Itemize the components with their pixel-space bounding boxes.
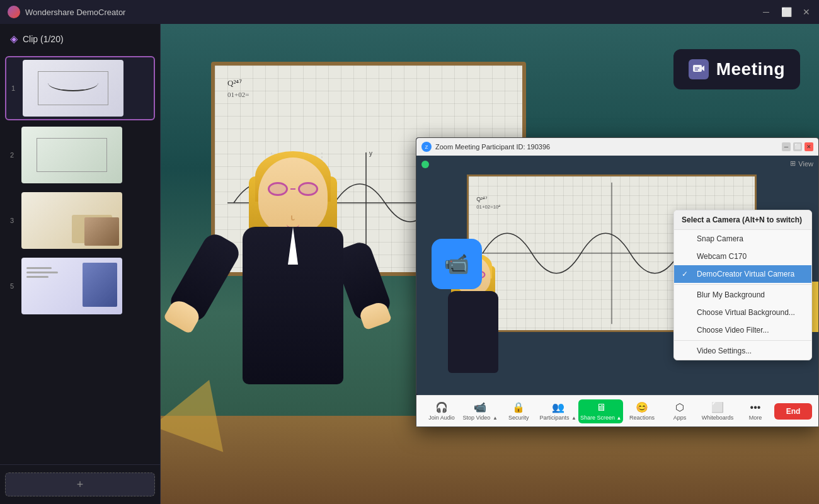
ctx-label-snap: Snap Camera <box>697 234 743 243</box>
stop-video-icon: 📹 <box>474 401 486 413</box>
zoom-maximize-btn[interactable]: ⬜ <box>793 142 802 151</box>
close-button[interactable]: ✕ <box>801 7 811 17</box>
title-bar: Wondershare DemoCreator ─ ⬜ ✕ <box>0 0 819 24</box>
whiteboards-label: Whiteboards <box>702 415 734 421</box>
zoom-minimize-btn[interactable]: ─ <box>782 142 791 151</box>
zoom-icon: 📹 <box>432 239 482 289</box>
clip-thumbnail-2 <box>21 127 122 183</box>
zoom-tool-more[interactable]: ••• More <box>736 399 774 423</box>
clip-item-3[interactable]: 3 <box>5 190 155 251</box>
ctx-item-democreator-camera[interactable]: ✓ DemoCreator Virtual Camera <box>674 265 811 283</box>
security-label: Security <box>508 415 529 421</box>
add-clip-button[interactable]: + <box>5 472 155 496</box>
sidebar: ◈ Clip (1/20) 1 2 <box>0 24 161 504</box>
window-controls: ─ ⬜ ✕ <box>761 7 811 17</box>
zoom-logo: Z <box>421 142 432 152</box>
zoom-tool-security[interactable]: 🔒 Security <box>500 399 537 423</box>
main-content: ◈ Clip (1/20) 1 2 <box>0 24 819 504</box>
sidebar-footer: + <box>0 464 160 504</box>
zoom-tool-join-audio[interactable]: 🎧 Join Audio <box>423 399 461 423</box>
avatar-main <box>198 158 387 472</box>
zoom-window-controls: ─ ⬜ ✕ <box>782 142 813 151</box>
zoom-toolbar: 🎧 Join Audio 📹 Stop Video ▲ 🔒 Security 👥… <box>416 395 818 427</box>
ctx-label-settings: Video Settings... <box>697 346 752 355</box>
meeting-badge: Meeting <box>673 49 800 89</box>
zoom-tool-reactions[interactable]: 😊 Reactions <box>623 399 661 423</box>
svg-text:y: y <box>369 150 372 157</box>
clip-count-label: Clip (1/20) <box>23 34 64 44</box>
ctx-separator-1 <box>674 284 811 285</box>
apps-label: Apps <box>673 415 687 421</box>
share-screen-label: Share Screen ▲ <box>580 415 621 421</box>
zoom-close-btn[interactable]: ✕ <box>805 142 813 151</box>
join-audio-label: Join Audio <box>428 415 455 421</box>
zoom-camera-icon: 📹 <box>444 252 469 276</box>
zoom-view-label: View <box>798 160 813 168</box>
clip-list: 1 2 3 <box>0 54 160 464</box>
share-screen-icon: 🖥 <box>596 402 606 413</box>
clip-number-3: 3 <box>8 217 16 224</box>
clip-number-1: 1 <box>9 84 18 92</box>
zoom-tool-share-screen[interactable]: 🖥 Share Screen ▲ <box>578 399 623 423</box>
clip-thumbnail-1 <box>23 60 123 117</box>
more-icon: ••• <box>750 402 761 413</box>
zoom-window-title: Zoom Meeting Participant ID: 190396 <box>435 143 778 151</box>
zoom-tool-stop-video[interactable]: 📹 Stop Video ▲ <box>461 399 500 423</box>
meeting-text: Meeting <box>716 59 785 79</box>
svg-marker-13 <box>702 66 704 71</box>
join-audio-icon: 🎧 <box>435 401 448 413</box>
clip-number-2: 2 <box>8 151 16 159</box>
zoom-view-button[interactable]: ⊞ View <box>790 159 813 168</box>
participants-label: Participants ▲ <box>540 415 576 421</box>
ctx-label-blur: Blur My Background <box>697 290 765 299</box>
clip-thumbnail-3 <box>21 192 122 249</box>
whiteboards-icon: ⬜ <box>711 401 724 413</box>
clip-item-2[interactable]: 2 <box>5 124 155 186</box>
zoom-titlebar: Z Zoom Meeting Participant ID: 190396 ─ … <box>416 138 818 156</box>
ctx-item-webcam[interactable]: Webcam C170 <box>674 248 811 265</box>
clip-number-5: 5 <box>8 282 16 290</box>
ctx-label-democreator: DemoCreator Virtual Camera <box>697 270 794 278</box>
context-menu-header: Select a Camera (Alt+N to switch) <box>674 210 811 230</box>
board-math-text: Q²⁴⁷ 01+02= <box>227 78 249 98</box>
clip-thumbnail-5 <box>21 258 122 314</box>
minimize-button[interactable]: ─ <box>761 7 771 17</box>
security-icon: 🔒 <box>512 401 525 413</box>
ctx-item-snap-camera[interactable]: Snap Camera <box>674 230 811 248</box>
zoom-tool-end[interactable]: End <box>774 403 812 420</box>
ctx-item-video-settings[interactable]: Video Settings... <box>674 342 811 360</box>
meeting-icon <box>689 59 709 79</box>
zoom-tool-whiteboards[interactable]: ⬜ Whiteboards <box>699 399 736 423</box>
ctx-label-webcam: Webcam C170 <box>697 252 747 261</box>
participants-icon: 👥 <box>552 401 564 413</box>
preview-area: Q²⁴⁷ 01+02= x y <box>161 24 819 504</box>
clip-item-1[interactable]: 1 <box>5 56 155 120</box>
clip-item-5[interactable]: 5 <box>5 255 155 317</box>
ctx-item-virtual-bg[interactable]: Choose Virtual Background... <box>674 304 811 321</box>
ctx-label-filter: Choose Video Filter... <box>697 326 769 335</box>
svg-text:Q²⁴⁷: Q²⁴⁷ <box>476 196 488 202</box>
avatar-body <box>243 227 343 384</box>
more-label: More <box>749 415 762 421</box>
ctx-item-video-filter[interactable]: Choose Video Filter... <box>674 321 811 339</box>
zoom-status-dot <box>421 161 429 168</box>
layers-icon: ◈ <box>10 33 18 45</box>
stop-video-label: Stop Video ▲ <box>463 415 498 421</box>
reactions-icon: 😊 <box>636 401 648 413</box>
end-label: End <box>786 407 801 416</box>
app-logo <box>8 6 20 18</box>
app-title: Wondershare DemoCreator <box>25 8 761 17</box>
maximize-button[interactable]: ⬜ <box>781 7 791 17</box>
context-menu: Select a Camera (Alt+N to switch) Snap C… <box>673 210 812 360</box>
zoom-tool-participants[interactable]: 👥 Participants ▲ <box>537 399 578 423</box>
sidebar-header: ◈ Clip (1/20) <box>0 24 160 54</box>
zoom-view-icon: ⊞ <box>790 159 796 168</box>
svg-text:01+02=10⁴: 01+02=10⁴ <box>476 204 500 210</box>
reactions-label: Reactions <box>629 415 655 421</box>
zoom-tool-apps[interactable]: ⬡ Apps <box>661 399 699 423</box>
ctx-item-blur-bg[interactable]: Blur My Background <box>674 286 811 304</box>
ctx-check-democreator: ✓ <box>682 270 692 278</box>
avatar-head <box>258 158 328 233</box>
ctx-label-virtual: Choose Virtual Background... <box>697 308 795 317</box>
apps-icon: ⬡ <box>675 401 684 413</box>
